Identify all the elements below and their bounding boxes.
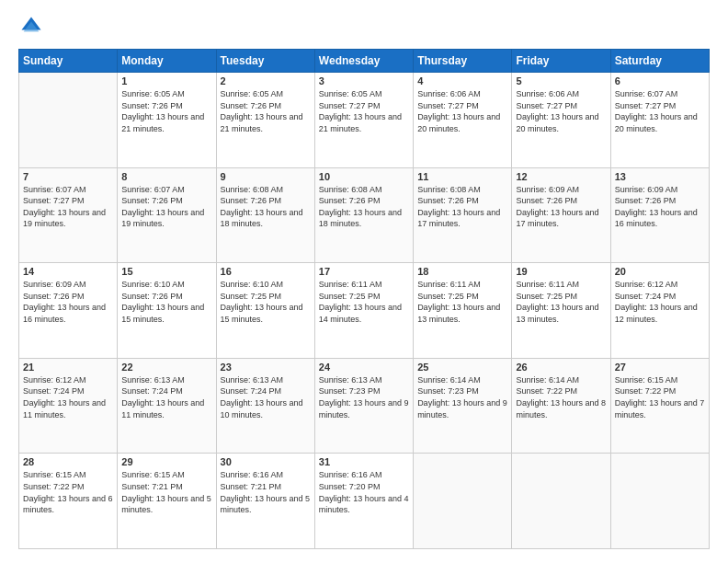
calendar-cell: 4 Sunrise: 6:06 AM Sunset: 7:27 PM Dayli… xyxy=(414,73,512,168)
calendar-cell: 9 Sunrise: 6:08 AM Sunset: 7:26 PM Dayli… xyxy=(216,167,314,263)
day-number: 4 xyxy=(417,75,507,86)
calendar-cell: 6 Sunrise: 6:07 AM Sunset: 7:27 PM Dayli… xyxy=(610,73,709,168)
day-number: 7 xyxy=(23,171,113,182)
day-number: 5 xyxy=(516,75,606,86)
day-number: 11 xyxy=(417,171,507,182)
calendar-body: 1 Sunrise: 6:05 AM Sunset: 7:26 PM Dayli… xyxy=(19,73,710,549)
day-number: 29 xyxy=(121,456,211,467)
day-info: Sunrise: 6:10 AM Sunset: 7:25 PM Dayligh… xyxy=(221,279,311,325)
calendar-table: SundayMondayTuesdayWednesdayThursdayFrid… xyxy=(18,49,710,549)
day-number: 25 xyxy=(417,362,507,373)
calendar-cell: 5 Sunrise: 6:06 AM Sunset: 7:27 PM Dayli… xyxy=(512,73,610,168)
weekday-header-friday: Friday xyxy=(512,50,610,73)
calendar-cell: 21 Sunrise: 6:12 AM Sunset: 7:24 PM Dayl… xyxy=(19,358,118,454)
calendar-cell: 12 Sunrise: 6:09 AM Sunset: 7:26 PM Dayl… xyxy=(512,167,610,263)
day-info: Sunrise: 6:09 AM Sunset: 7:26 PM Dayligh… xyxy=(615,184,705,230)
day-info: Sunrise: 6:12 AM Sunset: 7:24 PM Dayligh… xyxy=(615,279,705,325)
calendar-cell: 10 Sunrise: 6:08 AM Sunset: 7:26 PM Dayl… xyxy=(314,167,413,263)
day-info: Sunrise: 6:09 AM Sunset: 7:26 PM Dayligh… xyxy=(516,184,606,230)
calendar-cell: 1 Sunrise: 6:05 AM Sunset: 7:26 PM Dayli… xyxy=(118,73,216,168)
weekday-header-thursday: Thursday xyxy=(414,50,512,73)
calendar-cell: 22 Sunrise: 6:13 AM Sunset: 7:24 PM Dayl… xyxy=(118,358,216,454)
day-number: 24 xyxy=(319,362,409,373)
calendar-cell: 11 Sunrise: 6:08 AM Sunset: 7:26 PM Dayl… xyxy=(414,167,512,263)
calendar-cell: 27 Sunrise: 6:15 AM Sunset: 7:22 PM Dayl… xyxy=(610,358,709,454)
calendar-cell: 30 Sunrise: 6:16 AM Sunset: 7:21 PM Dayl… xyxy=(216,454,314,549)
day-number: 18 xyxy=(417,266,507,277)
day-info: Sunrise: 6:15 AM Sunset: 7:21 PM Dayligh… xyxy=(121,469,211,515)
logo xyxy=(18,14,48,40)
day-number: 6 xyxy=(615,75,705,86)
day-info: Sunrise: 6:05 AM Sunset: 7:26 PM Dayligh… xyxy=(221,88,311,134)
calendar-cell: 14 Sunrise: 6:09 AM Sunset: 7:26 PM Dayl… xyxy=(19,263,118,359)
weekday-header-monday: Monday xyxy=(118,50,216,73)
calendar-cell: 19 Sunrise: 6:11 AM Sunset: 7:25 PM Dayl… xyxy=(512,263,610,359)
day-info: Sunrise: 6:11 AM Sunset: 7:25 PM Dayligh… xyxy=(417,279,507,325)
calendar-cell xyxy=(414,454,512,549)
day-info: Sunrise: 6:15 AM Sunset: 7:22 PM Dayligh… xyxy=(23,469,113,515)
day-number: 21 xyxy=(23,362,113,373)
calendar-cell: 16 Sunrise: 6:10 AM Sunset: 7:25 PM Dayl… xyxy=(216,263,314,359)
day-info: Sunrise: 6:06 AM Sunset: 7:27 PM Dayligh… xyxy=(516,88,606,134)
calendar-cell: 2 Sunrise: 6:05 AM Sunset: 7:26 PM Dayli… xyxy=(216,73,314,168)
calendar-week-2: 7 Sunrise: 6:07 AM Sunset: 7:27 PM Dayli… xyxy=(19,167,710,263)
day-info: Sunrise: 6:13 AM Sunset: 7:23 PM Dayligh… xyxy=(319,374,409,420)
day-number: 15 xyxy=(121,266,211,277)
day-info: Sunrise: 6:05 AM Sunset: 7:27 PM Dayligh… xyxy=(319,88,409,134)
day-number: 16 xyxy=(221,266,311,277)
day-info: Sunrise: 6:11 AM Sunset: 7:25 PM Dayligh… xyxy=(319,279,409,325)
day-number: 17 xyxy=(319,266,409,277)
page: SundayMondayTuesdayWednesdayThursdayFrid… xyxy=(0,0,728,563)
calendar-cell: 23 Sunrise: 6:13 AM Sunset: 7:24 PM Dayl… xyxy=(216,358,314,454)
weekday-header-saturday: Saturday xyxy=(610,50,709,73)
calendar-cell: 18 Sunrise: 6:11 AM Sunset: 7:25 PM Dayl… xyxy=(414,263,512,359)
day-number: 13 xyxy=(615,171,705,182)
day-number: 14 xyxy=(23,266,113,277)
calendar-cell xyxy=(610,454,709,549)
calendar-cell: 24 Sunrise: 6:13 AM Sunset: 7:23 PM Dayl… xyxy=(314,358,413,454)
calendar-cell: 28 Sunrise: 6:15 AM Sunset: 7:22 PM Dayl… xyxy=(19,454,118,549)
day-info: Sunrise: 6:12 AM Sunset: 7:24 PM Dayligh… xyxy=(23,374,113,420)
day-info: Sunrise: 6:16 AM Sunset: 7:21 PM Dayligh… xyxy=(221,469,311,515)
weekday-header-sunday: Sunday xyxy=(19,50,118,73)
day-info: Sunrise: 6:08 AM Sunset: 7:26 PM Dayligh… xyxy=(319,184,409,230)
day-number: 27 xyxy=(615,362,705,373)
day-number: 12 xyxy=(516,171,606,182)
calendar-cell: 15 Sunrise: 6:10 AM Sunset: 7:26 PM Dayl… xyxy=(118,263,216,359)
calendar-cell: 29 Sunrise: 6:15 AM Sunset: 7:21 PM Dayl… xyxy=(118,454,216,549)
header xyxy=(18,14,710,40)
day-number: 3 xyxy=(319,75,409,86)
day-number: 9 xyxy=(221,171,311,182)
day-info: Sunrise: 6:08 AM Sunset: 7:26 PM Dayligh… xyxy=(221,184,311,230)
day-info: Sunrise: 6:09 AM Sunset: 7:26 PM Dayligh… xyxy=(23,279,113,325)
calendar-cell: 3 Sunrise: 6:05 AM Sunset: 7:27 PM Dayli… xyxy=(314,73,413,168)
day-number: 1 xyxy=(121,75,211,86)
calendar-header-row: SundayMondayTuesdayWednesdayThursdayFrid… xyxy=(19,50,710,73)
day-info: Sunrise: 6:08 AM Sunset: 7:26 PM Dayligh… xyxy=(417,184,507,230)
calendar-cell: 8 Sunrise: 6:07 AM Sunset: 7:26 PM Dayli… xyxy=(118,167,216,263)
day-info: Sunrise: 6:14 AM Sunset: 7:22 PM Dayligh… xyxy=(516,374,606,420)
day-number: 31 xyxy=(319,456,409,467)
weekday-header-tuesday: Tuesday xyxy=(216,50,314,73)
day-info: Sunrise: 6:14 AM Sunset: 7:23 PM Dayligh… xyxy=(417,374,507,420)
calendar-cell: 31 Sunrise: 6:16 AM Sunset: 7:20 PM Dayl… xyxy=(314,454,413,549)
calendar-cell: 13 Sunrise: 6:09 AM Sunset: 7:26 PM Dayl… xyxy=(610,167,709,263)
day-number: 23 xyxy=(221,362,311,373)
calendar-cell: 26 Sunrise: 6:14 AM Sunset: 7:22 PM Dayl… xyxy=(512,358,610,454)
day-number: 19 xyxy=(516,266,606,277)
calendar-week-4: 21 Sunrise: 6:12 AM Sunset: 7:24 PM Dayl… xyxy=(19,358,710,454)
day-number: 28 xyxy=(23,456,113,467)
day-info: Sunrise: 6:05 AM Sunset: 7:26 PM Dayligh… xyxy=(121,88,211,134)
day-number: 8 xyxy=(121,171,211,182)
day-info: Sunrise: 6:13 AM Sunset: 7:24 PM Dayligh… xyxy=(121,374,211,420)
calendar-week-1: 1 Sunrise: 6:05 AM Sunset: 7:26 PM Dayli… xyxy=(19,73,710,168)
day-info: Sunrise: 6:07 AM Sunset: 7:27 PM Dayligh… xyxy=(615,88,705,134)
day-info: Sunrise: 6:07 AM Sunset: 7:27 PM Dayligh… xyxy=(23,184,113,230)
day-info: Sunrise: 6:15 AM Sunset: 7:22 PM Dayligh… xyxy=(615,374,705,420)
day-info: Sunrise: 6:13 AM Sunset: 7:24 PM Dayligh… xyxy=(221,374,311,420)
weekday-header-wednesday: Wednesday xyxy=(314,50,413,73)
day-number: 26 xyxy=(516,362,606,373)
day-info: Sunrise: 6:16 AM Sunset: 7:20 PM Dayligh… xyxy=(319,469,409,515)
calendar-cell: 20 Sunrise: 6:12 AM Sunset: 7:24 PM Dayl… xyxy=(610,263,709,359)
calendar-cell xyxy=(19,73,118,168)
